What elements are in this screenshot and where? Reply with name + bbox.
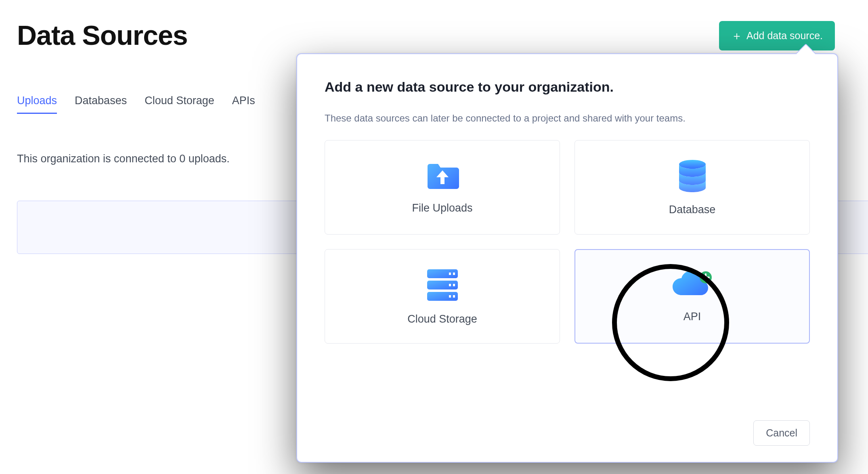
svg-rect-5: [453, 273, 455, 275]
server-icon: [425, 268, 460, 302]
svg-rect-6: [449, 284, 451, 286]
svg-rect-4: [449, 273, 451, 275]
tab-apis[interactable]: APIs: [232, 94, 255, 114]
cancel-button[interactable]: Cancel: [753, 420, 810, 446]
plus-icon: ＋: [731, 30, 742, 42]
tab-uploads[interactable]: Uploads: [17, 94, 57, 114]
page: Data Sources ＋ Add data source. Uploads …: [0, 0, 868, 474]
upload-folder-icon: [425, 161, 460, 191]
modal-subtitle: These data sources can later be connecte…: [325, 113, 810, 124]
modal-footer: Cancel: [325, 420, 810, 446]
add-data-source-modal: Add a new data source to your organizati…: [296, 53, 838, 463]
svg-rect-9: [453, 295, 455, 298]
option-label: Cloud Storage: [407, 313, 477, 325]
option-api[interactable]: API: [574, 249, 810, 344]
option-database[interactable]: Database: [574, 140, 810, 235]
header-row: Data Sources ＋ Add data source.: [17, 19, 851, 51]
tab-databases[interactable]: Databases: [75, 94, 127, 114]
data-source-options-grid: File Uploads Database: [325, 140, 810, 344]
tab-cloud-storage[interactable]: Cloud Storage: [145, 94, 214, 114]
page-title: Data Sources: [17, 19, 188, 51]
database-icon: [677, 159, 708, 193]
add-data-source-button-label: Add data source.: [746, 30, 823, 42]
option-label: Database: [669, 203, 716, 216]
add-data-source-button[interactable]: ＋ Add data source.: [719, 21, 835, 50]
svg-rect-7: [453, 284, 455, 286]
option-label: API: [683, 310, 701, 323]
cloud-plus-icon: [671, 270, 714, 300]
svg-point-0: [679, 160, 706, 169]
option-file-uploads[interactable]: File Uploads: [325, 140, 560, 235]
option-cloud-storage[interactable]: Cloud Storage: [325, 249, 560, 344]
modal-title: Add a new data source to your organizati…: [325, 79, 810, 95]
svg-rect-8: [449, 295, 451, 298]
option-label: File Uploads: [412, 202, 472, 214]
